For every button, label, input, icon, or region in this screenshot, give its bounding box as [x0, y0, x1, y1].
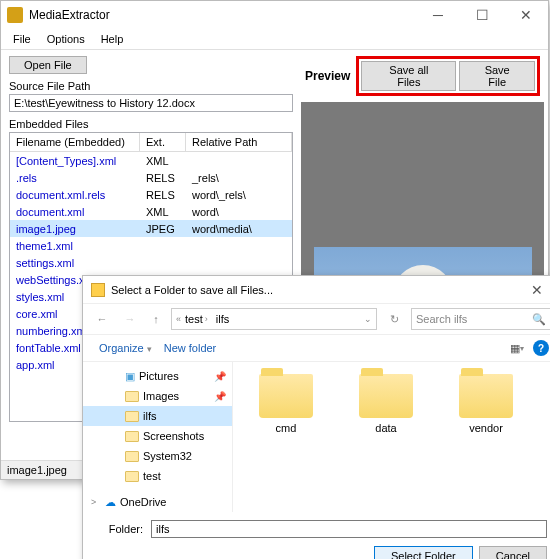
file-row[interactable]: document.xmlXMLword\: [10, 203, 292, 220]
file-row[interactable]: theme1.xml: [10, 237, 292, 254]
folder-icon: [125, 471, 139, 482]
folder-name-field[interactable]: [151, 520, 547, 538]
close-button[interactable]: ✕: [504, 1, 548, 29]
tree-item[interactable]: >☁OneDrive: [83, 492, 232, 512]
new-folder-button[interactable]: New folder: [158, 340, 223, 356]
folder-icon: [125, 451, 139, 462]
forward-button[interactable]: →: [119, 308, 141, 330]
tree-item[interactable]: ▣Pictures📌: [83, 366, 232, 386]
folder-icon: [459, 374, 513, 418]
folder-field-label: Folder:: [95, 523, 143, 535]
file-row[interactable]: [Content_Types].xmlXML: [10, 152, 292, 169]
address-dropdown-icon[interactable]: ⌄: [364, 314, 372, 324]
folder-icon: [91, 283, 105, 297]
file-row[interactable]: document.xml.relsRELSword\_rels\: [10, 186, 292, 203]
breadcrumb-seg[interactable]: test: [185, 313, 203, 325]
save-all-files-button[interactable]: Save all Files: [361, 61, 456, 91]
tree-item[interactable]: System32: [83, 446, 232, 466]
folder-item[interactable]: vendor: [451, 374, 521, 434]
source-path-label: Source File Path: [9, 80, 293, 92]
app-icon: [7, 7, 23, 23]
folder-item[interactable]: cmd: [251, 374, 321, 434]
breadcrumb-seg[interactable]: ilfs: [216, 313, 229, 325]
search-field[interactable]: Search ilfs 🔍: [411, 308, 550, 330]
col-header-path[interactable]: Relative Path: [186, 133, 292, 151]
dialog-close-button[interactable]: ✕: [515, 276, 550, 304]
tree-item[interactable]: Screenshots: [83, 426, 232, 446]
menu-help[interactable]: Help: [95, 31, 130, 47]
folder-icon: [125, 431, 139, 442]
folder-icon: [259, 374, 313, 418]
refresh-button[interactable]: ↻: [383, 308, 405, 330]
select-folder-button[interactable]: Select Folder: [374, 546, 473, 559]
menu-options[interactable]: Options: [41, 31, 91, 47]
col-header-ext[interactable]: Ext.: [140, 133, 186, 151]
titlebar: MediaExtractor ─ ☐ ✕: [1, 1, 548, 29]
dialog-title: Select a Folder to save all Files...: [111, 284, 515, 296]
search-placeholder: Search ilfs: [416, 313, 467, 325]
search-icon: 🔍: [532, 313, 546, 326]
minimize-button[interactable]: ─: [416, 1, 460, 29]
menu-file[interactable]: File: [7, 31, 37, 47]
pin-icon: 📌: [214, 391, 226, 402]
folder-icon: [125, 391, 139, 402]
cancel-button[interactable]: Cancel: [479, 546, 547, 559]
back-button[interactable]: ←: [91, 308, 113, 330]
save-file-button[interactable]: Save File: [459, 61, 535, 91]
file-row[interactable]: settings.xml: [10, 254, 292, 271]
help-icon[interactable]: ?: [533, 340, 549, 356]
open-file-button[interactable]: Open File: [9, 56, 87, 74]
source-path-field[interactable]: [9, 94, 293, 112]
tree-item[interactable]: Images📌: [83, 386, 232, 406]
embedded-files-label: Embedded Files: [9, 118, 293, 130]
maximize-button[interactable]: ☐: [460, 1, 504, 29]
files-pane[interactable]: cmddatavendor: [233, 362, 550, 512]
pin-icon: 📌: [214, 371, 226, 382]
app-title: MediaExtractor: [29, 8, 416, 22]
address-bar[interactable]: « test› ilfs ⌄: [171, 308, 377, 330]
folder-tree[interactable]: ▣Pictures📌Images📌ilfsScreenshotsSystem32…: [83, 362, 233, 512]
view-options-button[interactable]: ▦▾: [507, 339, 527, 357]
folder-select-dialog: Select a Folder to save all Files... ✕ ←…: [82, 275, 550, 559]
folder-item[interactable]: data: [351, 374, 421, 434]
organize-menu[interactable]: Organize ▾: [93, 340, 158, 356]
pictures-icon: ▣: [125, 370, 135, 383]
preview-label: Preview: [305, 69, 350, 83]
tree-item[interactable]: ilfs: [83, 406, 232, 426]
save-buttons-highlight: Save all Files Save File: [356, 56, 540, 96]
up-button[interactable]: ↑: [147, 308, 165, 330]
menubar: File Options Help: [1, 29, 548, 50]
file-row[interactable]: image1.jpegJPEGword\media\: [10, 220, 292, 237]
folder-icon: [359, 374, 413, 418]
folder-icon: [125, 411, 139, 422]
tree-item[interactable]: test: [83, 466, 232, 486]
col-header-filename[interactable]: Filename (Embedded): [10, 133, 140, 151]
file-row[interactable]: .relsRELS_rels\: [10, 169, 292, 186]
cloud-icon: ☁: [105, 496, 116, 509]
